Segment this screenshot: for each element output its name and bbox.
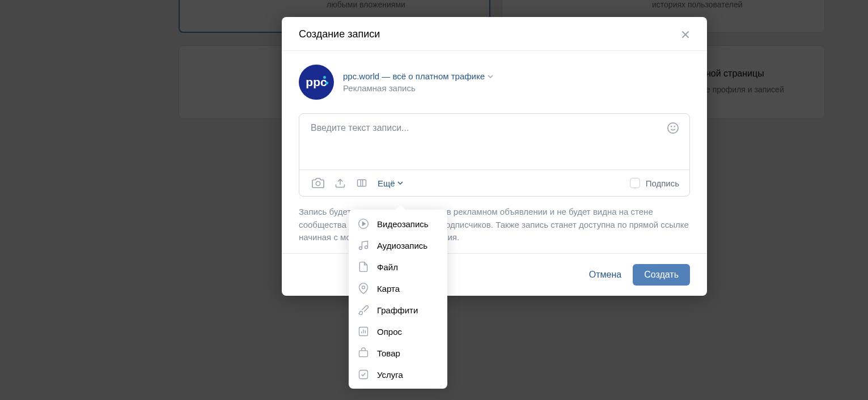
dropdown-label: Товар [377, 348, 400, 358]
check-square-icon [358, 369, 369, 380]
camera-icon [312, 177, 324, 189]
author-row: ppc ppc.world — всё о платном трафике Ре… [299, 65, 690, 100]
post-textarea[interactable]: Введите текст записи... [299, 114, 689, 169]
author-subtitle: Рекламная запись [343, 83, 493, 93]
emoji-button[interactable] [667, 122, 679, 137]
play-circle-icon [358, 218, 369, 229]
map-pin-icon [358, 283, 369, 294]
signature-label: Подпись [646, 178, 679, 188]
video-rect-icon [356, 177, 367, 189]
more-dropdown: Видеозапись Аудиозапись Файл Карта [349, 210, 447, 389]
svg-point-4 [674, 126, 675, 127]
music-icon [358, 240, 369, 251]
author-name-label: ppc.world — всё о платном трафике [343, 71, 485, 81]
close-button[interactable] [680, 29, 691, 40]
modal-header: Создание записи [282, 17, 707, 51]
create-post-modal: Создание записи ppc ppc.world — всё о пл… [282, 17, 707, 296]
svg-point-3 [671, 126, 672, 127]
video-button[interactable] [356, 177, 367, 189]
svg-rect-7 [358, 180, 366, 186]
svg-point-2 [668, 123, 678, 133]
avatar: ppc [299, 65, 334, 100]
svg-point-14 [362, 286, 365, 289]
dropdown-item-graffiti[interactable]: Граффити [349, 299, 447, 321]
brush-icon [358, 304, 369, 316]
modal-footer: Отмена Создать [282, 253, 707, 296]
svg-point-12 [359, 247, 362, 250]
dropdown-label: Аудиозапись [377, 241, 427, 250]
create-button[interactable]: Создать [633, 264, 690, 286]
chevron-down-icon [397, 181, 403, 185]
dropdown-item-audio[interactable]: Аудиозапись [349, 235, 447, 256]
dropdown-label: Опрос [377, 327, 402, 337]
cancel-button[interactable]: Отмена [589, 270, 621, 280]
modal-body: ppc ppc.world — всё о платном трафике Ре… [282, 51, 707, 253]
post-toolbar: Ещё Подпись [299, 169, 689, 196]
upload-icon [335, 177, 346, 189]
toolbar-right: Подпись [630, 178, 679, 188]
dropdown-item-video[interactable]: Видеозапись [349, 213, 447, 235]
author-info: ppc.world — всё о платном трафике Реклам… [343, 71, 493, 93]
dropdown-item-file[interactable]: Файл [349, 256, 447, 278]
post-editor: Введите текст записи... [299, 113, 690, 197]
emoji-icon [667, 122, 679, 134]
svg-marker-11 [362, 222, 365, 226]
dropdown-label: Карта [377, 284, 400, 293]
post-placeholder: Введите текст записи... [311, 123, 409, 133]
signature-checkbox[interactable] [630, 178, 640, 188]
svg-rect-20 [359, 371, 368, 379]
file-icon [358, 261, 369, 273]
bag-icon [358, 347, 369, 359]
svg-point-13 [365, 246, 368, 249]
more-button[interactable]: Ещё [378, 178, 403, 188]
dropdown-item-poll[interactable]: Опрос [349, 321, 447, 342]
dropdown-label: Услуга [377, 370, 403, 380]
svg-rect-19 [359, 351, 368, 357]
upload-button[interactable] [335, 177, 346, 189]
toolbar-left: Ещё [312, 177, 403, 189]
svg-point-5 [316, 181, 320, 185]
modal-title: Создание записи [299, 28, 380, 40]
bar-chart-icon [358, 326, 369, 337]
chevron-down-icon [488, 75, 493, 78]
camera-button[interactable] [312, 177, 324, 189]
close-icon [680, 29, 691, 40]
dropdown-item-service[interactable]: Услуга [349, 364, 447, 385]
more-label: Ещё [378, 178, 395, 188]
dropdown-label: Видеозапись [377, 219, 429, 229]
dropdown-label: Граффити [377, 305, 418, 315]
dropdown-label: Файл [377, 262, 398, 272]
author-selector[interactable]: ppc.world — всё о платном трафике [343, 71, 493, 81]
dropdown-item-product[interactable]: Товар [349, 342, 447, 364]
dropdown-item-map[interactable]: Карта [349, 278, 447, 299]
